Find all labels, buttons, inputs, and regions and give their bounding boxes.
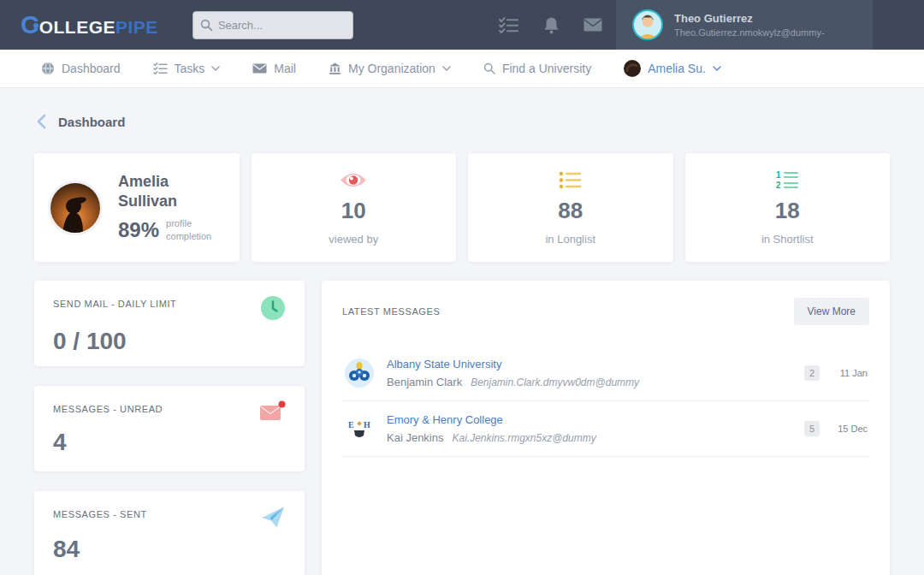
- send-mail-limit-card: SEND MAIL - DAILY LIMIT 0 / 100: [34, 281, 305, 366]
- nav-item-find-a-university[interactable]: Find a University: [483, 62, 591, 75]
- user-name: Theo Gutierrez: [674, 12, 825, 25]
- logo-letter-c: C: [21, 12, 39, 38]
- unread-envelope-icon: [259, 400, 286, 422]
- chevron-down-icon: [211, 66, 220, 71]
- svg-text:H: H: [364, 420, 370, 430]
- organization-building-icon: [329, 62, 341, 74]
- profile-completion: 89% profile completion: [118, 217, 224, 243]
- view-more-button[interactable]: View More: [794, 298, 869, 325]
- message-date: 11 Jan: [835, 368, 868, 378]
- card-title: MESSAGES - SENT: [53, 506, 147, 519]
- stat-card-shortlist: 1 2 18 in Shortlist: [685, 153, 891, 262]
- topbar-icons: [499, 16, 602, 34]
- svg-text:2: 2: [776, 181, 781, 190]
- eye-icon: [339, 170, 368, 190]
- bullet-list-icon: [559, 170, 582, 190]
- message-row[interactable]: E H Emory & Henry College Kai Jenkins Ka…: [342, 401, 869, 457]
- svg-text:E: E: [348, 420, 354, 430]
- stat-card-longlist: 88 in Longlist: [468, 153, 673, 262]
- nav-label: Tasks: [175, 62, 205, 75]
- stat-label: viewed by: [329, 233, 378, 246]
- nav-label: Find a University: [502, 62, 591, 75]
- card-title: SEND MAIL - DAILY LIMIT: [53, 295, 176, 309]
- search-box[interactable]: [192, 11, 353, 39]
- numbered-list-icon: 1 2: [776, 170, 799, 190]
- topbar-user-menu[interactable]: Theo Gutierrez Theo.Gutierrez.nmokwylz@d…: [616, 0, 873, 50]
- profile-photo: [48, 181, 103, 235]
- message-date: 15 Dec: [835, 424, 868, 434]
- page-title: Dashboard: [58, 115, 125, 129]
- app-logo[interactable]: COLLEGEPIPE: [21, 12, 158, 38]
- nav-item-tasks[interactable]: Tasks: [153, 62, 221, 75]
- nav-item-current-student[interactable]: Amelia Su.: [624, 60, 721, 77]
- nav-item-mail[interactable]: Mail: [252, 62, 296, 75]
- tasks-checklist-icon[interactable]: [499, 17, 519, 33]
- logo-text-college: OLLEGE: [39, 17, 116, 38]
- back-chevron-icon[interactable]: [36, 114, 46, 129]
- profile-name: Amelia Sullivan: [118, 172, 197, 210]
- tasks-list-icon: [153, 62, 168, 74]
- notifications-bell-icon[interactable]: [543, 16, 560, 34]
- dashboard-globe-icon: [41, 62, 55, 75]
- card-value: 84: [53, 536, 286, 563]
- topbar: COLLEGEPIPE: [0, 0, 924, 50]
- contact-name: Kai Jenkins: [387, 431, 443, 444]
- messages-sent-card: MESSAGES - SENT 84: [34, 491, 305, 575]
- user-email: Theo.Gutierrez.nmokwylz@dummy-: [674, 27, 825, 38]
- student-avatar: [624, 60, 641, 77]
- topbar-end-strip: [873, 0, 924, 50]
- messages-list: Albany State University Benjamin Clark B…: [342, 346, 869, 457]
- profile-summary-card: Amelia Sullivan 89% profile completion: [34, 153, 240, 262]
- chevron-down-icon: [713, 66, 721, 71]
- panel-title: LATEST MESSAGES: [342, 306, 440, 317]
- top-cards-row: Amelia Sullivan 89% profile completion 1…: [34, 153, 890, 262]
- card-value: 4: [53, 429, 286, 456]
- search-input[interactable]: [218, 19, 346, 32]
- search-icon: [200, 19, 213, 32]
- contact-email: Kai.Jenkins.rmgxn5xz@dummy: [452, 432, 595, 444]
- page-content: Dashboard: [0, 88, 924, 575]
- card-title: MESSAGES - UNREAD: [53, 400, 163, 414]
- mail-envelope-icon[interactable]: [583, 18, 602, 32]
- message-row[interactable]: Albany State University Benjamin Clark B…: [342, 346, 869, 401]
- card-value: 0 / 100: [53, 328, 286, 355]
- messages-unread-card: MESSAGES - UNREAD 4: [34, 386, 305, 471]
- stat-label: in Shortlist: [761, 233, 814, 246]
- message-count-badge: 2: [804, 365, 820, 381]
- stat-value: 10: [341, 198, 366, 224]
- contact-name: Benjamin Clark: [387, 376, 462, 388]
- logo-text-pipe: PIPE: [116, 17, 158, 38]
- nav-item-dashboard[interactable]: Dashboard: [41, 62, 121, 75]
- completion-label: profile completion: [166, 217, 224, 243]
- nav-item-my-organization[interactable]: My Organization: [329, 62, 451, 75]
- nav-label: Dashboard: [62, 62, 121, 75]
- search-icon: [483, 62, 495, 74]
- nav-label: Amelia Su.: [648, 62, 706, 75]
- university-link[interactable]: Emory & Henry College: [387, 413, 596, 426]
- nav-label: Mail: [274, 62, 296, 75]
- stat-value: 18: [775, 198, 800, 224]
- stat-card-viewed-by: 10 viewed by: [252, 153, 457, 262]
- svg-text:1: 1: [776, 170, 781, 180]
- albany-state-logo: [344, 358, 375, 388]
- mail-envelope-icon: [252, 63, 267, 74]
- main-area: SEND MAIL - DAILY LIMIT 0 / 100 MESSAGES…: [34, 281, 890, 575]
- message-count-badge: 5: [804, 421, 820, 436]
- paper-plane-icon: [260, 506, 286, 529]
- contact-email: Benjamin.Clark.dmyvw0dm@dummy: [471, 376, 639, 388]
- stat-value: 88: [558, 198, 583, 224]
- stat-label: in Longlist: [545, 233, 595, 246]
- emory-henry-logo: E H: [344, 413, 375, 444]
- left-column: SEND MAIL - DAILY LIMIT 0 / 100 MESSAGES…: [34, 281, 305, 575]
- main-nav: Dashboard Tasks Mail: [0, 50, 924, 88]
- nav-label: My Organization: [348, 62, 435, 75]
- university-link[interactable]: Albany State University: [387, 358, 639, 370]
- chevron-down-icon: [442, 66, 451, 71]
- clock-icon: [260, 295, 286, 321]
- completion-percent: 89%: [118, 218, 159, 242]
- user-avatar: [631, 9, 664, 41]
- latest-messages-panel: LATEST MESSAGES View More: [322, 281, 890, 575]
- breadcrumb: Dashboard: [36, 114, 890, 129]
